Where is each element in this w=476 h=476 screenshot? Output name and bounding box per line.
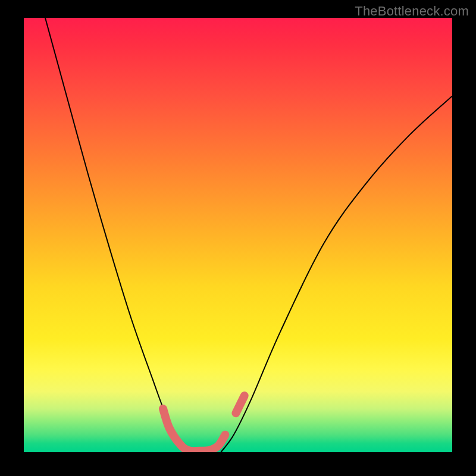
chart-frame: TheBottleneck.com xyxy=(0,0,476,476)
curve-layer xyxy=(24,18,452,452)
trough-highlight xyxy=(163,409,225,451)
plot-area xyxy=(24,18,452,452)
curve-right-arm xyxy=(221,96,452,452)
watermark: TheBottleneck.com xyxy=(355,4,469,19)
curve-left-arm xyxy=(45,18,187,452)
trough-dot xyxy=(236,396,244,413)
